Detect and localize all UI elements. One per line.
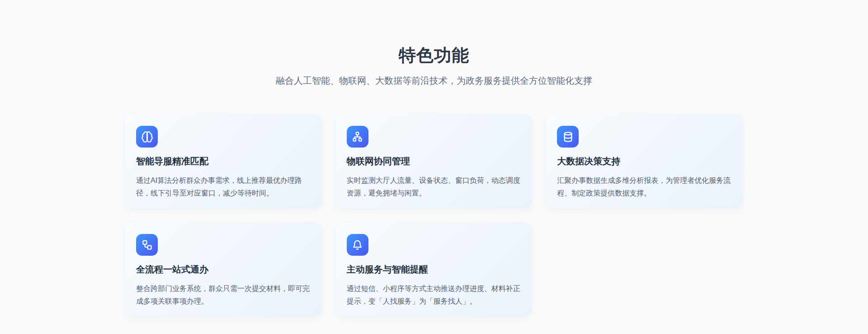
feature-card-smart-guidance: 智能导服精准匹配 通过AI算法分析群众办事需求，线上推荐最优办理路径，线下引导至… [125,114,322,208]
database-icon [557,126,579,148]
features-section: 特色功能 融合人工智能、物联网、大数据等前沿技术，为政务服务提供全方位智能化支撑… [0,0,868,334]
feature-card-iot-management: 物联网协同管理 实时监测大厅人流量、设备状态、窗口负荷，动态调度资源，避免拥堵与… [336,114,533,208]
bell-icon [347,234,368,256]
feature-card-title: 大数据决策支持 [557,155,732,167]
network-icon [347,126,368,148]
workflow-icon [136,234,158,256]
feature-card-description: 通过AI算法分析群众办事需求，线上推荐最优办理路径，线下引导至对应窗口，减少等待… [136,174,311,200]
feature-card-description: 通过短信、小程序等方式主动推送办理进度、材料补正提示，变「人找服务」为「服务找人… [347,282,522,308]
feature-card-title: 主动服务与智能提醒 [347,263,522,276]
section-subtitle: 融合人工智能、物联网、大数据等前沿技术，为政务服务提供全方位智能化支撑 [0,74,868,87]
feature-card-title: 全流程一站式通办 [136,263,311,276]
feature-cards-grid: 智能导服精准匹配 通过AI算法分析群众办事需求，线上推荐最优办理路径，线下引导至… [125,114,743,316]
feature-card-description: 整合跨部门业务系统，群众只需一次提交材料，即可完成多项关联事项办理。 [136,282,311,308]
feature-card-proactive-reminder: 主动服务与智能提醒 通过短信、小程序等方式主动推送办理进度、材料补正提示，变「人… [336,222,533,316]
feature-card-description: 汇聚办事数据生成多维分析报表，为管理者优化服务流程、制定政策提供数据支撑。 [557,174,732,200]
brain-icon [136,126,158,148]
feature-card-one-stop: 全流程一站式通办 整合跨部门业务系统，群众只需一次提交材料，即可完成多项关联事项… [125,222,322,316]
feature-card-title: 智能导服精准匹配 [136,155,311,167]
feature-card-big-data: 大数据决策支持 汇聚办事数据生成多维分析报表，为管理者优化服务流程、制定政策提供… [546,114,743,208]
section-title: 特色功能 [0,44,868,67]
feature-card-title: 物联网协同管理 [347,155,522,167]
feature-card-description: 实时监测大厅人流量、设备状态、窗口负荷，动态调度资源，避免拥堵与闲置。 [347,174,522,200]
